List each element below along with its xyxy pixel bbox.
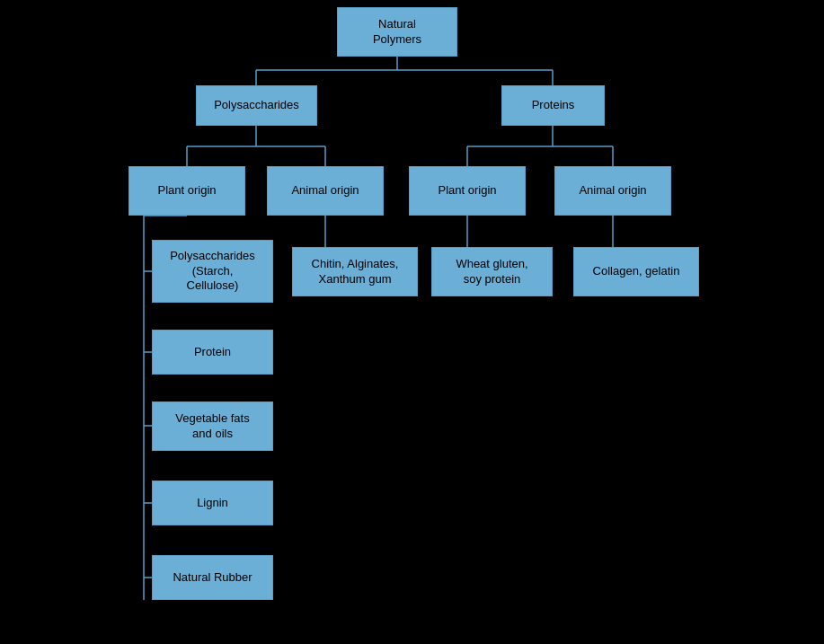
node-plant-origin-2: Plant origin xyxy=(409,166,526,216)
node-polysaccharides: Polysaccharides xyxy=(196,85,317,126)
node-root: Natural Polymers xyxy=(337,7,457,57)
node-lignin: Lignin xyxy=(152,481,273,525)
node-vegetable-fats: Vegetable fats and oils xyxy=(152,401,273,451)
node-collagen: Collagen, gelatin xyxy=(573,247,699,296)
diagram: Natural Polymers Polysaccharides Protein… xyxy=(0,0,824,644)
node-plant-origin-1: Plant origin xyxy=(128,166,245,216)
node-protein: Protein xyxy=(152,330,273,375)
node-natural-rubber: Natural Rubber xyxy=(152,555,273,600)
node-chitin: Chitin, Alginates, Xanthum gum xyxy=(292,247,418,296)
connectors-svg xyxy=(0,0,824,644)
node-animal-origin-2: Animal origin xyxy=(554,166,671,216)
node-polysaccharides-detail: Polysaccharides (Starch, Cellulose) xyxy=(152,240,273,303)
node-animal-origin-1: Animal origin xyxy=(267,166,384,216)
node-wheat-gluten: Wheat gluten, soy protein xyxy=(431,247,553,296)
node-proteins: Proteins xyxy=(501,85,605,126)
